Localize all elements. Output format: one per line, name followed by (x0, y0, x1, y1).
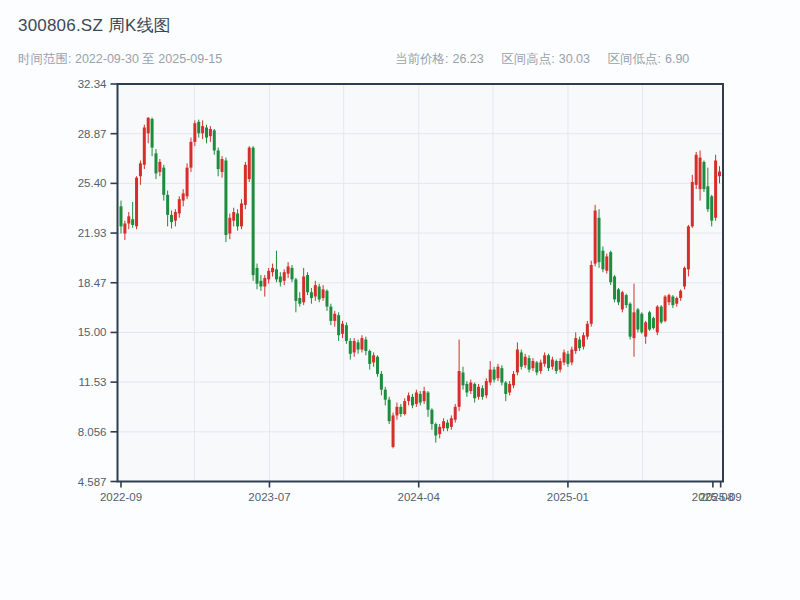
candle-body (706, 186, 709, 209)
x-tick-label: 2024-04 (398, 491, 441, 503)
candle-body (213, 130, 216, 150)
candle-body (551, 360, 554, 367)
candle-body (473, 384, 476, 398)
candle-body (625, 295, 628, 305)
candle-body (563, 352, 566, 362)
candle-body (485, 381, 488, 395)
candle-body (209, 129, 212, 136)
candle-body (178, 199, 181, 213)
candle-body (430, 410, 433, 424)
candle-body (504, 382, 507, 393)
y-tick-label: 4.587 (78, 476, 107, 488)
candle-body (590, 265, 593, 324)
candle-body (170, 215, 173, 222)
candle-body (586, 324, 589, 337)
candle-body (535, 362, 538, 372)
candle-body (594, 211, 597, 264)
candle-body (252, 148, 255, 275)
candle-body (162, 168, 165, 195)
candle-body (248, 148, 251, 180)
candle-body (434, 424, 437, 435)
candle-body (605, 256, 608, 270)
candle-body (123, 224, 126, 234)
candle-body (360, 338, 363, 349)
candle-body (714, 160, 717, 217)
candle-body (279, 276, 282, 282)
candle-body (520, 352, 523, 366)
candle-body (617, 289, 620, 302)
candle-body (652, 318, 655, 328)
candle-body (407, 395, 410, 401)
candle-body (221, 159, 224, 172)
candle-body (131, 219, 134, 225)
candle-body (189, 142, 192, 168)
candle-body (656, 307, 659, 333)
candle-body (598, 218, 601, 262)
candle-body (454, 407, 457, 420)
candle-body (679, 291, 682, 298)
candle-body (380, 374, 383, 390)
candle-body (325, 291, 328, 307)
x-tick-label: 2025-09 (700, 491, 742, 503)
candle-body (143, 128, 146, 165)
y-tick-label: 15.00 (78, 326, 107, 338)
candle-body (329, 307, 332, 321)
candle-body (462, 372, 465, 385)
candle-body (710, 196, 713, 220)
candle-body (395, 407, 398, 416)
candle-body (644, 322, 647, 336)
candle-body (298, 298, 301, 304)
candle-body (294, 279, 297, 300)
candle-body (667, 295, 670, 302)
x-tick-label: 2022-09 (100, 491, 142, 503)
candle-body (147, 118, 150, 133)
candle-body (516, 350, 519, 373)
candle-body (543, 355, 546, 364)
y-tick-label: 21.93 (78, 227, 107, 239)
candle-body (267, 271, 270, 280)
y-tick-label: 18.47 (78, 277, 107, 289)
candle-body (601, 251, 604, 270)
candle-body (531, 361, 534, 368)
candle-body (427, 393, 430, 410)
candle-body (539, 362, 542, 371)
candle-body (500, 368, 503, 382)
candle-body (197, 122, 200, 133)
candle-body (446, 423, 449, 429)
candle-body (493, 370, 496, 380)
candle-body (450, 418, 453, 427)
candle-body (322, 289, 325, 298)
candle-body (570, 350, 573, 363)
candle-body (240, 203, 243, 226)
candle-body (636, 309, 639, 329)
candle-body (675, 298, 678, 304)
candle-body (664, 297, 667, 321)
candle-body (648, 312, 651, 329)
candle-body (438, 427, 441, 434)
kline-chart: 32.3428.8725.4021.9318.4715.0011.538.056… (0, 0, 800, 600)
candle-body (613, 276, 616, 299)
candle-body (419, 394, 422, 403)
candle-body (333, 314, 336, 321)
candle-body (287, 266, 290, 273)
candle-body (718, 172, 721, 177)
y-tick-label: 28.87 (78, 128, 107, 140)
candle-body (508, 384, 511, 393)
candle-body (528, 358, 531, 369)
candle-body (314, 285, 317, 296)
candle-body (283, 272, 286, 281)
candle-body (660, 307, 663, 323)
candle-body (205, 128, 208, 138)
candle-body (310, 292, 313, 298)
candle-body (349, 341, 352, 354)
candle-body (458, 371, 461, 407)
candle-body (353, 341, 356, 352)
candle-body (139, 163, 142, 176)
x-tick-label: 2023-07 (248, 491, 290, 503)
candle-body (392, 415, 395, 447)
candle-body (224, 160, 227, 234)
candle-body (496, 367, 499, 378)
candle-body (120, 206, 123, 226)
candle-body (341, 324, 344, 334)
candle-body (469, 382, 472, 391)
